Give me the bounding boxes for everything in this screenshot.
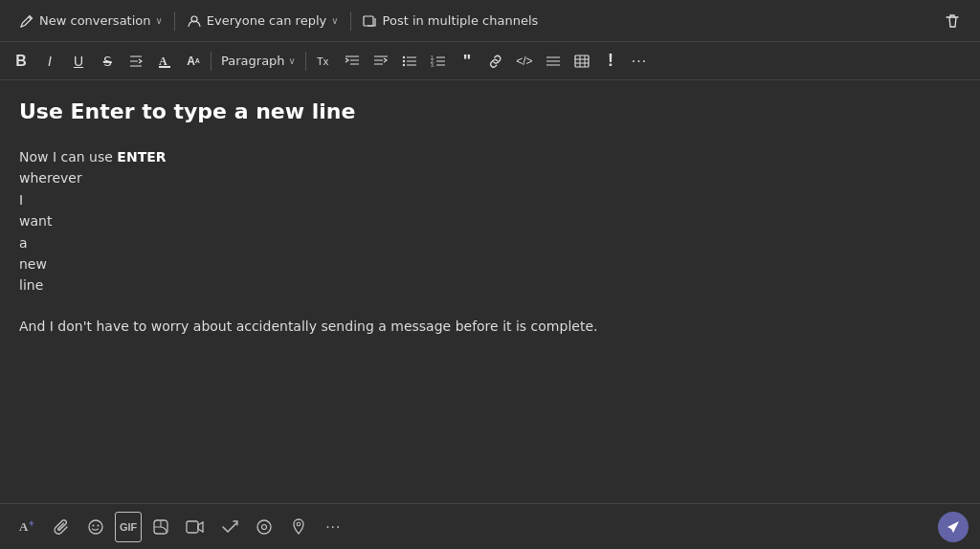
strikethrough-button[interactable]: S̶ (94, 48, 121, 75)
attach-button[interactable] (46, 512, 77, 542)
body-line-2: wherever (19, 167, 961, 188)
body-paragraph-2: And I don't have to worry about accident… (19, 316, 961, 337)
more-toolbar-button[interactable]: ··· (626, 48, 653, 75)
more-bottom-button[interactable]: ··· (318, 512, 348, 542)
font-color-button[interactable]: A (151, 48, 178, 75)
svg-text:3.: 3. (431, 62, 434, 68)
svg-rect-17 (187, 521, 198, 533)
code-inline-button[interactable]: </> (511, 48, 538, 75)
everyone-reply-button[interactable]: Everyone can reply ∨ (179, 10, 346, 33)
post-title: Use Enter to type a new line (19, 99, 961, 123)
svg-point-14 (93, 524, 95, 526)
reply-icon (187, 13, 202, 29)
decrease-indent-button[interactable] (122, 48, 149, 75)
paragraph-label: Paragraph (221, 54, 285, 68)
trash-icon (944, 12, 961, 30)
send-icon (946, 519, 961, 535)
paragraph-dropdown[interactable]: Paragraph ∨ (215, 48, 301, 75)
content-area[interactable]: Use Enter to type a new line Now I can u… (0, 80, 980, 503)
paragraph-chevron: ∨ (289, 55, 296, 66)
svg-rect-3 (159, 66, 170, 68)
send-button[interactable] (938, 512, 969, 542)
post-multiple-label: Post in multiple channels (383, 13, 539, 28)
body-line-1-pre: Now I can use (19, 149, 117, 165)
svg-point-20 (298, 522, 301, 526)
location-button[interactable] (283, 512, 314, 542)
svg-text:A: A (159, 55, 167, 68)
svg-rect-1 (364, 16, 373, 26)
body-line-6: new (19, 253, 961, 274)
body-line-1: Now I can use ENTER (19, 146, 961, 167)
new-conversation-label: New conversation (39, 13, 151, 28)
svg-point-7 (403, 63, 405, 65)
svg-point-13 (89, 520, 102, 534)
outdent-button[interactable] (339, 48, 366, 75)
font-size-button[interactable]: AA (180, 48, 207, 75)
trash-button[interactable] (936, 9, 969, 33)
meet-button[interactable] (180, 512, 211, 542)
formatting-toolbar: B I U S̶ A AA Paragraph ∨ Tx (0, 42, 980, 80)
everyone-reply-label: Everyone can reply (207, 13, 326, 28)
post-body: Now I can use ENTER wherever I want a ne… (19, 146, 961, 337)
topbar-divider-2 (350, 11, 351, 31)
quote-button[interactable]: " (454, 48, 480, 75)
compose-icon (19, 13, 34, 29)
bullet-list-button[interactable] (396, 48, 423, 75)
clear-format-button[interactable]: Tx (310, 48, 337, 75)
exclamation-button[interactable]: ! (597, 48, 624, 75)
indent-button[interactable] (368, 48, 394, 75)
italic-button[interactable]: I (36, 48, 63, 75)
schedule-button[interactable] (214, 512, 245, 542)
svg-point-5 (403, 55, 405, 57)
body-line-1-bold: ENTER (117, 149, 166, 165)
everyone-reply-chevron: ∨ (331, 15, 338, 26)
table-button[interactable] (568, 48, 595, 75)
svg-point-18 (257, 520, 271, 534)
topbar-divider-1 (174, 11, 175, 31)
toolbar-sep-1 (211, 52, 212, 71)
bold-button[interactable]: B (8, 48, 34, 75)
new-conversation-chevron: ∨ (156, 15, 163, 26)
svg-text:Tx: Tx (317, 55, 329, 67)
body-line-3: I (19, 189, 961, 210)
new-conversation-button[interactable]: New conversation ∨ (11, 10, 170, 33)
svg-text:A: A (19, 519, 29, 534)
toolbar-sep-2 (305, 52, 306, 71)
justify-button[interactable] (540, 48, 567, 75)
underline-button[interactable]: U (65, 48, 92, 75)
link-button[interactable] (482, 48, 509, 75)
gif-button[interactable]: GIF (115, 512, 142, 542)
post-multiple-button[interactable]: Post in multiple channels (355, 10, 546, 33)
format-button[interactable]: A (11, 512, 42, 542)
svg-point-15 (98, 524, 100, 526)
emoji-button[interactable] (80, 512, 111, 542)
post-multiple-icon (363, 13, 378, 29)
body-line-4: want (19, 210, 961, 231)
svg-rect-11 (575, 55, 589, 67)
top-bar: New conversation ∨ Everyone can reply ∨ … (0, 0, 980, 42)
body-line-5: a (19, 232, 961, 253)
body-line-7: line (19, 274, 961, 296)
bottom-bar: A GIF (0, 503, 980, 549)
svg-point-19 (262, 524, 267, 529)
numbered-list-button[interactable]: 1. 2. 3. (425, 48, 452, 75)
sticker-button[interactable] (145, 512, 176, 542)
svg-point-6 (403, 59, 405, 61)
empty-line-1 (19, 296, 961, 316)
loop-button[interactable] (249, 512, 279, 542)
